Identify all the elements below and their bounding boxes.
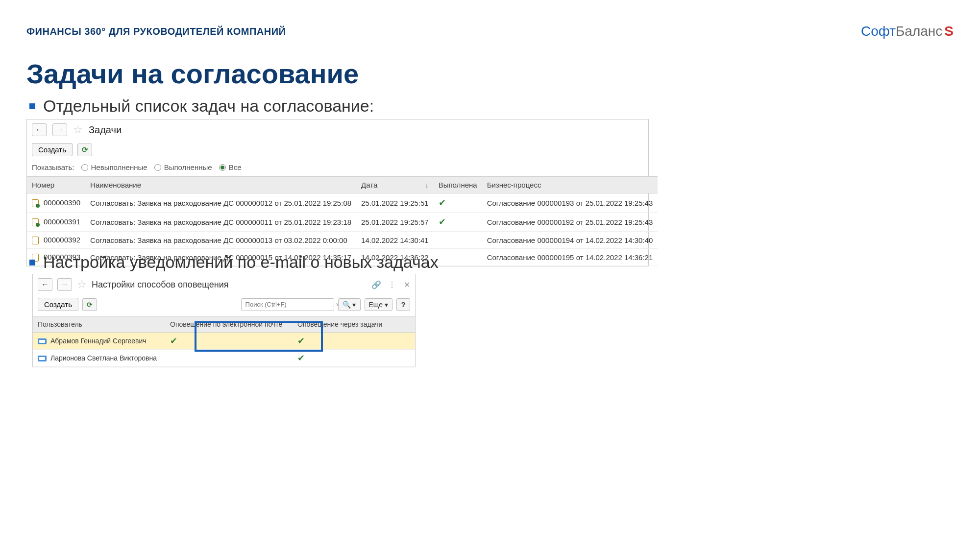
refresh-button[interactable]: ⟳ [82,298,97,311]
favorite-icon[interactable]: ☆ [73,123,83,136]
col-tasks[interactable]: Оповещение через задачи [293,316,415,333]
filter-label: Показывать: [32,163,74,171]
logo-mark: S [944,24,954,39]
bullet-2: Настройка уведомлений по e-mail о новых … [29,253,439,272]
col-date[interactable]: Дата↓ [356,177,434,193]
table-row[interactable]: 000000390Согласовать: Заявка на расходов… [27,193,658,213]
col-number[interactable]: Номер [27,177,85,193]
bullet-1-text: Отдельный список задач на согласование: [43,96,374,116]
refresh-button[interactable]: ⟳ [77,144,92,156]
create-button[interactable]: Создать [38,298,78,311]
search-input[interactable]: × [241,298,334,311]
tasks-panel: ← → ☆ Задачи Создать ⟳ Показывать: Невып… [26,119,649,266]
more-button[interactable]: Еще ▾ [365,298,393,311]
nav-forward-button[interactable]: → [52,123,67,136]
favorite-icon[interactable]: ☆ [77,278,87,291]
bullet-2-text: Настройка уведомлений по e-mail о новых … [43,253,439,272]
search-field[interactable] [242,301,332,308]
user-icon [38,356,47,361]
more-icon[interactable]: ⋮ [388,280,397,289]
notifications-panel-title: Настройки способов оповещения [92,280,229,290]
check-icon: ✔ [439,217,446,227]
col-done[interactable]: Выполнена [434,177,482,193]
table-row[interactable]: Ларионова Светлана Викторовна✔ [33,350,415,367]
check-icon: ✔ [297,353,305,363]
col-process[interactable]: Бизнес-процесс [482,177,658,193]
help-button[interactable]: ? [396,298,410,311]
logo-part2: Баланс [896,24,942,39]
bullet-icon [29,103,35,109]
nav-back-button[interactable]: ← [32,123,47,136]
create-button[interactable]: Создать [32,143,73,156]
link-icon[interactable]: 🔗 [371,280,381,289]
col-email[interactable]: Оповещение по электронной почте [165,316,293,333]
breadcrumb: ФИНАНСЫ 360° ДЛЯ РУКОВОДИТЕЛЕЙ КОМПАНИЙ [26,26,286,37]
col-name[interactable]: Наименование [85,177,356,193]
nav-forward-button[interactable]: → [57,278,72,291]
notifications-table: Пользователь Оповещение по электронной п… [33,316,415,367]
close-icon[interactable]: ✕ [404,280,410,289]
bullet-icon [29,260,35,265]
search-button[interactable]: 🔍 ▾ [338,298,361,311]
bullet-1: Отдельный список задач на согласование: [29,96,374,116]
user-icon [38,338,47,344]
filter-finished[interactable]: Выполненные [154,163,212,171]
table-row[interactable]: Абрамов Геннадий Сергеевич✔✔ [33,333,415,350]
logo: СофтБалансS [861,24,954,39]
filter-all[interactable]: Все [219,163,242,171]
document-icon [32,218,39,226]
document-icon [32,237,39,244]
tasks-panel-title: Задачи [89,124,122,136]
notifications-panel: ← → ☆ Настройки способов оповещения 🔗 ⋮ … [32,274,416,367]
page-title: Задачи на согласование [26,58,359,90]
table-row[interactable]: 000000391Согласовать: Заявка на расходов… [27,213,658,232]
logo-part1: Софт [861,24,896,39]
check-icon: ✔ [439,198,446,208]
check-icon: ✔ [170,336,177,346]
table-row[interactable]: 000000392Согласовать: Заявка на расходов… [27,232,658,249]
sort-icon: ↓ [425,181,429,189]
document-icon [32,199,39,207]
col-user[interactable]: Пользователь [33,316,165,333]
check-icon: ✔ [297,336,305,346]
filter-unfinished[interactable]: Невыполненные [81,163,147,171]
nav-back-button[interactable]: ← [38,278,52,291]
